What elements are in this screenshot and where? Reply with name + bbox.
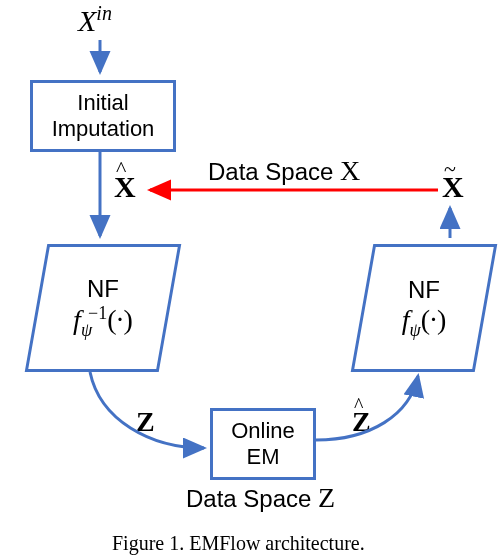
nf-forward-sub: ψ [409, 319, 420, 339]
online-em-box: Online EM [210, 408, 316, 480]
xtilde-hat: ~ [444, 156, 456, 182]
nf-inverse-line2: fψ−1(·) [73, 303, 133, 341]
data-space-x-label: Data Space X [208, 155, 360, 187]
data-space-z-text: Data Space [186, 485, 318, 512]
xhat-hat: ^ [116, 156, 126, 182]
online-em-line2: EM [247, 444, 280, 470]
initial-imputation-box: Initial Imputation [30, 80, 176, 152]
input-x-base: X [78, 4, 96, 37]
input-x-label: Xin [78, 2, 112, 38]
data-space-x-sym: X [340, 155, 360, 186]
data-space-z-label: Data Space Z [186, 482, 335, 514]
xhat-label: ^ X [114, 170, 136, 204]
nf-inverse-f: f [73, 304, 81, 335]
nf-forward-line2: fψ(·) [402, 304, 447, 341]
data-space-z-sym: Z [318, 482, 335, 513]
nf-inverse-line1: NF [87, 275, 119, 303]
z-label: Z [136, 406, 155, 438]
xtilde-label: ~ X [442, 170, 464, 204]
z-base: Z [136, 406, 155, 437]
data-space-x-text: Data Space [208, 158, 340, 185]
nf-inverse-box: NF fψ−1(·) [25, 244, 182, 372]
nf-forward-line1: NF [408, 276, 440, 304]
figure-caption: Figure 1. EMFlow architecture. [112, 532, 365, 555]
initial-imputation-line2: Imputation [52, 116, 155, 142]
zhat-hat: ^ [354, 394, 363, 417]
zhat-label: ^ Z [352, 406, 371, 438]
online-em-line1: Online [231, 418, 295, 444]
nf-inverse-sup: −1 [88, 303, 107, 323]
initial-imputation-line1: Initial [77, 90, 128, 116]
input-x-sup: in [96, 2, 112, 24]
nf-inverse-tail: (·) [107, 304, 133, 335]
nf-forward-tail: (·) [421, 304, 447, 335]
nf-forward-box: NF fψ(·) [351, 244, 498, 372]
